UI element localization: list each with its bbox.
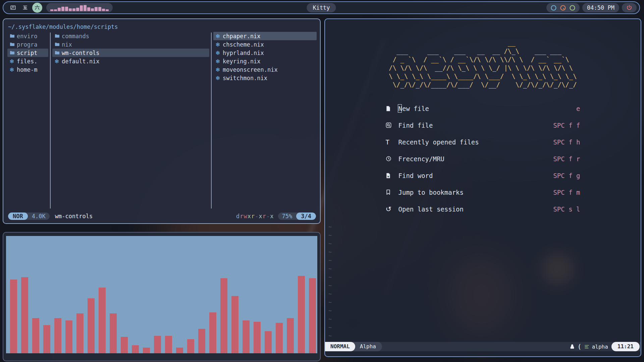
chart-bar	[121, 337, 128, 353]
chart-bar	[32, 318, 39, 353]
chart-bar	[176, 348, 183, 354]
blue-ring-icon	[550, 5, 557, 11]
system-indicators[interactable]	[546, 3, 580, 12]
selected-file-name: wm-controls	[55, 213, 93, 220]
workspace-item-5[interactable]	[20, 3, 30, 13]
file-row[interactable]: commands	[52, 32, 209, 40]
workspace-switcher	[8, 3, 42, 13]
file-name: files.	[17, 58, 37, 65]
chart-bar	[165, 336, 172, 354]
file-row[interactable]: ❄moveonscreen.nix	[213, 65, 317, 74]
file-row[interactable]: nix	[52, 40, 209, 49]
menu-label: Open last session	[398, 205, 553, 213]
file-row[interactable]: enviro	[7, 32, 48, 40]
indent-lines-icon	[584, 344, 589, 349]
menu-item-last-session[interactable]: ↺Open last sessionSPC s l	[386, 205, 580, 213]
find-file-icon	[386, 122, 398, 128]
workspace-item-4[interactable]	[8, 3, 18, 13]
restore-session-icon: ↺	[386, 205, 398, 213]
menu-item-recent-files[interactable]: TRecently opened filesSPC f h	[386, 138, 580, 146]
file-name: nix	[62, 41, 72, 48]
nix-icon: ❄	[215, 75, 223, 81]
menu-shortcut: SPC f r	[553, 155, 580, 163]
folder-icon	[54, 34, 62, 39]
histogram-bar	[58, 8, 61, 11]
tilde-line: ~	[328, 323, 332, 332]
chart-bar	[10, 280, 17, 354]
file-name: commands	[62, 33, 89, 40]
folder-icon	[9, 42, 17, 47]
folder-icon	[54, 50, 62, 55]
chart-bar	[88, 298, 95, 354]
histogram-bar	[91, 8, 94, 11]
file-row[interactable]: ❄switchmon.nix	[213, 74, 317, 82]
active-window-title: Kitty	[307, 3, 336, 12]
nix-icon: ❄	[215, 33, 223, 40]
histogram-bar	[98, 7, 101, 11]
menu-shortcut: SPC f g	[553, 172, 580, 179]
chart-bar	[276, 323, 283, 353]
separator-glyph: (	[578, 343, 582, 351]
histogram-bar	[65, 7, 68, 11]
menu-label: Frecency/MRU	[398, 155, 553, 163]
histogram-widget[interactable]	[46, 3, 113, 12]
tilde-line: ~	[328, 290, 332, 298]
tilde-line: ~	[328, 273, 332, 282]
bookmark-icon	[386, 189, 398, 195]
file-size: 4.0K	[28, 213, 50, 220]
file-row[interactable]: ❄home-m	[7, 65, 48, 74]
chart-bar	[220, 278, 227, 353]
recent-files-icon: T	[386, 138, 398, 146]
chart-bar	[231, 296, 238, 354]
file-row[interactable]: ❄default.nix	[52, 57, 209, 65]
tilde-line: ~	[328, 332, 332, 340]
chart-bar	[21, 277, 28, 354]
menu-item-find-word[interactable]: wFind wordSPC f g	[386, 171, 580, 180]
menu-shortcut: e	[576, 105, 580, 112]
file-row[interactable]: ❄chpaper.nix	[213, 32, 317, 40]
histogram-bar	[50, 9, 53, 11]
histogram-bar	[61, 7, 64, 11]
file-manager-window: ~/.sysflake/modules/home/scripts envirop…	[3, 18, 321, 224]
cursor-position: 3/4	[296, 213, 316, 220]
new-file-icon	[386, 106, 398, 112]
current-column: commandsnixwm-controls❄default.nix	[52, 32, 209, 210]
histogram-bar	[84, 5, 87, 11]
preview-column: ❄chpaper.nix❄chscheme.nix❄hyprland.nix❄k…	[213, 32, 317, 210]
file-row[interactable]: ❄chscheme.nix	[213, 40, 317, 49]
menu-item-frecency[interactable]: Frecency/MRUSPC f r	[386, 155, 580, 163]
column-separator	[50, 33, 51, 208]
kanji-six-icon	[34, 5, 40, 11]
power-button[interactable]	[622, 3, 637, 12]
menu-label: Find file	[398, 122, 553, 129]
chart-bar	[243, 320, 250, 353]
nix-icon: ❄	[215, 66, 223, 73]
chart-bar	[298, 276, 305, 353]
file-row[interactable]: script	[7, 49, 48, 57]
file-name: enviro	[17, 33, 37, 40]
chart-bar	[198, 329, 205, 354]
histogram-bar	[76, 8, 79, 11]
histogram-bar	[72, 8, 75, 11]
file-row[interactable]: ❄hyprland.nix	[213, 49, 317, 57]
mode-size-capsule: NOR 4.0K	[8, 213, 50, 220]
dashboard-menu: New fileeFind fileSPC f fTRecently opene…	[386, 104, 580, 222]
menu-item-find-file[interactable]: Find fileSPC f f	[386, 121, 580, 129]
kanji-four-icon	[10, 5, 16, 11]
fm-mode-badge: NOR	[8, 213, 28, 220]
chart-bar	[209, 312, 216, 354]
file-row[interactable]: wm-controls	[52, 49, 209, 57]
menu-item-bookmarks[interactable]: Jump to bookmarksSPC f m	[386, 188, 580, 196]
menu-item-new-file[interactable]: New filee	[386, 104, 580, 113]
breadcrumb-path: ~/.sysflake/modules/home/scripts	[8, 23, 317, 31]
menu-label: Jump to bookmarks	[398, 189, 553, 196]
orange-gauge-icon	[560, 5, 566, 11]
file-name: script	[17, 50, 37, 56]
nix-icon: ❄	[54, 58, 62, 65]
file-row[interactable]: progra	[7, 40, 48, 49]
nix-icon: ❄	[215, 50, 223, 56]
file-row[interactable]: ❄keyring.nix	[213, 57, 317, 65]
file-name: keyring.nix	[223, 58, 261, 65]
file-row[interactable]: ❄files.	[7, 57, 48, 65]
workspace-item-6-active[interactable]	[32, 3, 42, 13]
